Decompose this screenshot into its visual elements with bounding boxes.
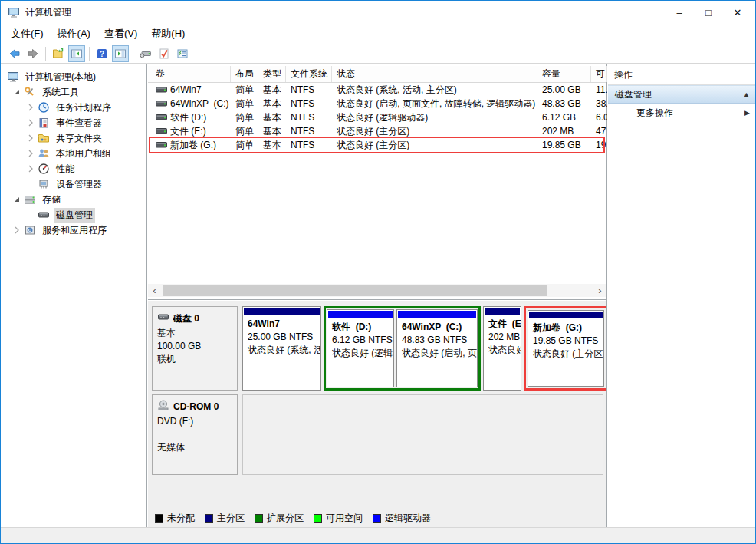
tree-item-system-tools[interactable]: 系统工具 — [1, 84, 146, 100]
tree-item-device-manager[interactable]: 设备管理器 — [1, 176, 146, 192]
disk-management-icon — [38, 209, 50, 221]
volume-name-cell: 软件 (D:) — [148, 111, 231, 124]
partition-name: 64WinXP (C:) — [402, 321, 477, 334]
menu-item-查[interactable]: 查看(V) — [97, 25, 144, 43]
legend-swatch — [205, 514, 213, 523]
collapsed-expander-icon[interactable] — [24, 101, 38, 114]
column-header-6[interactable]: 容量 — [537, 66, 591, 82]
system-tools-icon — [24, 86, 36, 98]
collapsed-expander-icon[interactable] — [24, 132, 38, 144]
column-header-1[interactable]: 卷 — [148, 66, 231, 82]
column-header-7[interactable]: 可用 — [591, 66, 607, 82]
expanded-expander-icon[interactable] — [10, 86, 24, 98]
partition-64WinXP[interactable]: 64WinXP (C:)48.83 GB NTFS状态良好 (启动, 页面文件,… — [396, 309, 478, 387]
volume-row[interactable]: 文件 (E:)简单基本NTFS状态良好 (主分区)202 MB47 — [148, 124, 606, 138]
cd-rom-icon — [157, 399, 173, 415]
volume-cell: NTFS — [286, 84, 332, 95]
scroll-right-button[interactable]: › — [593, 284, 606, 297]
collapsed-expander-icon[interactable] — [10, 224, 24, 236]
tree-item-disk-management[interactable]: 磁盘管理 — [1, 207, 146, 223]
volume-row[interactable]: 64WinXP (C:)简单基本NTFS状态良好 (启动, 页面文件, 故障转储… — [148, 97, 606, 110]
column-header-4[interactable]: 文件系统 — [286, 66, 332, 82]
legend-item: 扩展分区 — [255, 512, 304, 525]
volume-disk-icon — [156, 99, 167, 108]
partition-type-bar — [485, 308, 520, 315]
tree-item-shared-folders[interactable]: 共享文件夹 — [1, 130, 146, 146]
legend-label: 逻辑驱动器 — [385, 512, 431, 525]
minimize-button[interactable]: – — [666, 1, 692, 24]
column-header-2[interactable]: 布局 — [231, 66, 258, 82]
partition-type-bar — [398, 311, 476, 318]
volume-name: 64WinXP (C:) — [170, 98, 228, 109]
cdrom-media-status: 无媒体 — [157, 441, 232, 454]
tree-item-event-viewer[interactable]: 事件查看器 — [1, 115, 146, 130]
menu-item-帮[interactable]: 帮助(H) — [144, 25, 192, 43]
help-icon[interactable]: ? — [94, 45, 110, 62]
highlighted-partition-group: 新加卷 (G:)19.85 GB NTFS状态良好 (主分区) — [524, 306, 606, 391]
action-pane-toggle-icon[interactable] — [112, 45, 129, 62]
rescan-disks-icon[interactable] — [137, 45, 154, 62]
scroll-left-button[interactable]: ‹ — [148, 284, 161, 297]
partition-name: 新加卷 (G:) — [533, 321, 603, 335]
collapsed-expander-icon[interactable] — [24, 163, 38, 175]
volume-cell: 状态良好 (主分区) — [332, 125, 537, 138]
tree-item-storage[interactable]: 存储 — [1, 192, 146, 207]
volume-cell: 48.83 GB — [537, 98, 591, 109]
tree-item-performance[interactable]: 性能 — [1, 161, 146, 176]
collapse-caret-icon[interactable]: ▲ — [743, 91, 750, 98]
partition-type-bar — [244, 308, 320, 315]
partition-文件[interactable]: 文件 (E:)202 MB NTFS状态良好 (主分区) — [483, 306, 521, 391]
services-icon — [24, 224, 36, 236]
volume-cell: 基本 — [258, 111, 286, 124]
more-actions-item[interactable]: 更多操作 ▶ — [608, 104, 756, 122]
volume-row[interactable]: 新加卷 (G:)简单基本NTFS状态良好 (主分区)19.85 GB19 — [148, 138, 606, 152]
status-bar — [1, 527, 755, 543]
partition-新加卷[interactable]: 新加卷 (G:)19.85 GB NTFS状态良好 (主分区) — [528, 310, 604, 387]
scrollbar-thumb[interactable] — [163, 285, 547, 296]
tree-item-label: 性能 — [54, 162, 77, 176]
tree-item-local-users[interactable]: 本地用户和组 — [1, 146, 146, 161]
tree-item-label: 共享文件夹 — [54, 131, 104, 146]
svg-text:?: ? — [100, 50, 104, 58]
back-icon[interactable] — [6, 45, 23, 62]
volume-row[interactable]: 软件 (D:)简单基本NTFS状态良好 (逻辑驱动器)6.12 GB6.0 — [148, 110, 606, 124]
computer-management-window: 计算机管理 – □ ✕ 文件(F)操作(A)查看(V)帮助(H) ? 计算机管理… — [0, 0, 756, 544]
tree-item-label: 事件查看器 — [54, 116, 104, 130]
disk0-label[interactable]: 磁盘 0 基本 100.00 GB 联机 — [152, 306, 238, 391]
expanded-expander-icon[interactable] — [10, 193, 24, 206]
console-tree: 计算机管理(本地)系统工具任务计划程序事件查看器共享文件夹本地用户和组性能设备管… — [1, 64, 147, 527]
volume-row[interactable]: 64Win7简单基本NTFS状态良好 (系统, 活动, 主分区)25.00 GB… — [148, 83, 606, 97]
volume-name: 软件 (D:) — [170, 111, 206, 124]
horizontal-scrollbar[interactable]: ‹ › — [148, 284, 606, 297]
cdrom-label[interactable]: CD-ROM 0 DVD (F:) 无媒体 — [152, 394, 238, 475]
volume-cell: 47 — [591, 126, 607, 137]
forward-icon[interactable] — [25, 45, 41, 62]
tree-item-task-scheduler[interactable]: 任务计划程序 — [1, 100, 146, 115]
partition-64Win7[interactable]: 64Win725.00 GB NTFS状态良好 (系统, 活动, 主分区) — [242, 306, 321, 391]
column-header-5[interactable]: 状态 — [332, 66, 537, 82]
open-folder-icon[interactable] — [50, 45, 67, 62]
shared-folders-icon — [38, 132, 50, 144]
collapsed-expander-icon[interactable] — [24, 147, 38, 160]
menu-item-文[interactable]: 文件(F) — [4, 25, 51, 43]
disk-management-pane: 卷布局类型文件系统状态容量可用 64Win7简单基本NTFS状态良好 (系统, … — [148, 64, 607, 527]
toolbar: ? — [1, 44, 755, 64]
close-button[interactable]: ✕ — [725, 1, 751, 24]
volume-list: 卷布局类型文件系统状态容量可用 64Win7简单基本NTFS状态良好 (系统, … — [148, 64, 606, 300]
disk-drive-icon — [157, 311, 173, 327]
collapsed-expander-icon[interactable] — [24, 117, 38, 129]
disk-properties-icon[interactable] — [174, 45, 191, 62]
partition-软件[interactable]: 软件 (D:)6.12 GB NTFS状态良好 (逻辑驱动器) — [327, 309, 394, 387]
column-header-3[interactable]: 类型 — [258, 66, 286, 82]
actions-group-header[interactable]: 磁盘管理 ▲ — [608, 85, 756, 104]
tree-item-computer[interactable]: 计算机管理(本地) — [1, 69, 146, 84]
console-tree-toggle-icon[interactable] — [68, 45, 85, 62]
status-bar-divider — [689, 530, 689, 542]
tree-item-services[interactable]: 服务和应用程序 — [1, 223, 146, 238]
maximize-button[interactable]: □ — [695, 1, 721, 24]
check-disk-icon[interactable] — [156, 45, 173, 62]
performance-icon — [38, 163, 50, 175]
volume-cell: 简单 — [231, 125, 258, 138]
menu-item-操[interactable]: 操作(A) — [51, 25, 97, 43]
legend-item: 主分区 — [205, 512, 245, 525]
